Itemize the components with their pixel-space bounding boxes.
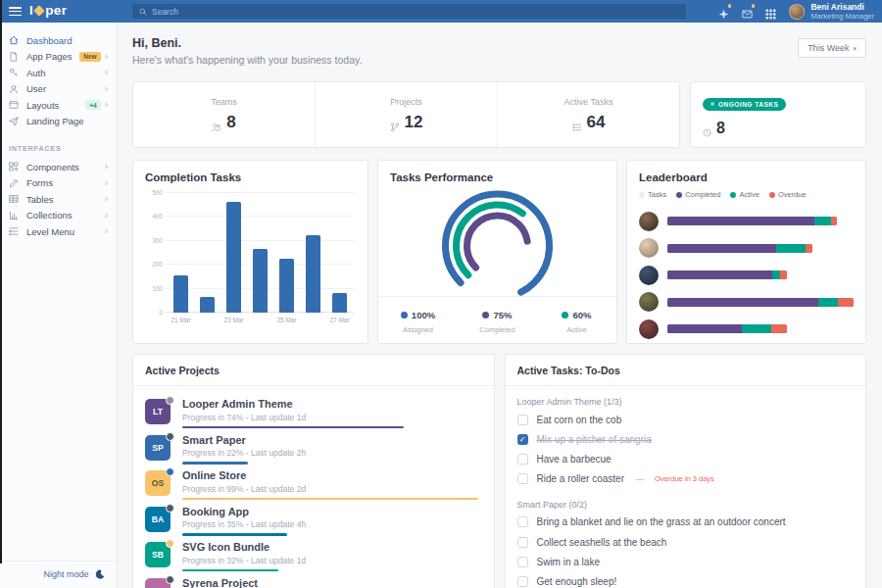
y-axis-tick-label: 0 <box>143 309 163 316</box>
sidebar-item-label: Collections <box>26 210 72 220</box>
x-axis-tick-label: 23 Mar <box>223 317 243 323</box>
sidebar-item-user[interactable]: User› <box>0 81 117 98</box>
checkbox[interactable] <box>517 454 528 465</box>
avatar[interactable] <box>639 238 659 258</box>
user-menu[interactable]: Beni Arisandi Marketing Manager <box>789 2 874 21</box>
search-icon <box>139 8 147 16</box>
chevron-right-icon: › <box>105 68 108 77</box>
project-status-badge-icon <box>166 396 174 405</box>
todo-item: Get enough sleep! <box>506 571 866 588</box>
night-mode-label: Night mode <box>43 569 88 579</box>
bar-21-mar <box>173 275 188 313</box>
chevron-right-icon: › <box>105 211 108 220</box>
wrench-icon <box>9 68 19 77</box>
sidebar-item-app-pages[interactable]: App PagesNew› <box>0 49 117 66</box>
stacked-bar <box>667 244 854 253</box>
avatar[interactable] <box>639 266 659 285</box>
todo-item: Eat corn on the cob <box>506 410 866 429</box>
level-menu-icon <box>9 226 19 236</box>
project-tile: SB <box>145 542 171 567</box>
checkbox[interactable] <box>517 473 528 484</box>
gauge-legend: 100%Assigned75%Completed60%Active <box>378 296 616 343</box>
legend-item-active: Active <box>730 190 759 199</box>
bar-24-mar <box>253 249 268 313</box>
sidebar-item-layouts[interactable]: Layouts+4› <box>0 97 117 114</box>
sidebar-item-dashboard[interactable]: Dashboard <box>0 32 117 49</box>
todo-text: Ride a roller coaster <box>537 473 624 484</box>
avatar[interactable] <box>639 212 659 231</box>
page-subtitle: Here's what's happening with your busine… <box>132 54 362 66</box>
project-row[interactable]: OSOnline StoreProgress in 99% - Last upd… <box>145 462 482 498</box>
chart-icon <box>9 211 19 220</box>
project-row[interactable]: SBSVG Icon BundleProgress in 32% - Last … <box>145 533 482 569</box>
clock-icon <box>703 123 711 132</box>
menu-toggle-icon[interactable] <box>9 7 22 18</box>
stat-number: 12 <box>405 113 423 132</box>
leaderboard-row <box>639 316 854 343</box>
sidebar-interfaces-menu: Components›Forms›Tables›Collections›Leve… <box>0 159 117 240</box>
checkbox[interactable] <box>517 576 528 587</box>
stat-number: 8 <box>226 113 235 132</box>
sidebar-item-tables[interactable]: Tables› <box>0 191 117 208</box>
todo-item: Have a barbecue <box>506 449 866 468</box>
bar-series <box>167 193 354 313</box>
search-input[interactable]: Search <box>132 4 686 19</box>
legend-dot-icon <box>676 192 682 198</box>
sidebar-item-label: User <box>26 83 46 94</box>
apps-grid-icon[interactable] <box>765 6 776 17</box>
project-name: Looper Admin Theme <box>182 398 482 410</box>
night-mode-toggle[interactable]: Night mode <box>0 561 117 588</box>
checkbox[interactable]: ✓ <box>517 434 528 445</box>
overdue-note: Overdue in 3 days <box>655 474 714 483</box>
avatar[interactable] <box>639 319 659 339</box>
activity-icon[interactable] <box>718 6 729 17</box>
legend-dot-icon <box>482 312 489 318</box>
sidebar-item-label: Components <box>26 162 79 172</box>
checkbox[interactable] <box>517 415 528 425</box>
todo-text: Have a barbecue <box>537 454 612 465</box>
sidebar-item-collections[interactable]: Collections› <box>0 208 117 224</box>
checkbox[interactable] <box>517 537 528 548</box>
app-logo[interactable]: l per <box>29 3 67 18</box>
avatar[interactable] <box>639 292 659 312</box>
todo-group: Looper Admin Theme (1/3)Eat corn on the … <box>506 386 866 489</box>
sidebar-menu: DashboardApp PagesNew›Auth›User›Layouts+… <box>0 32 117 129</box>
branch-icon <box>390 118 400 127</box>
legend-item-overdue: Overdue <box>769 190 807 199</box>
legend-label: Completed <box>458 325 537 334</box>
stat-value: 8 <box>212 113 235 132</box>
todo-groups: Looper Admin Theme (1/3)Eat corn on the … <box>506 386 866 588</box>
stacked-bar <box>667 324 854 333</box>
sidebar-item-landing-page[interactable]: Landing Page <box>0 114 117 130</box>
components-icon <box>9 162 19 172</box>
checkbox[interactable] <box>517 557 528 567</box>
checkbox[interactable] <box>517 516 528 527</box>
project-row[interactable]: LTLooper Admin ThemeProgress in 74% - La… <box>145 390 482 426</box>
sidebar-item-auth[interactable]: Auth› <box>0 65 117 81</box>
x-axis-slot: 27 Mar <box>332 317 347 325</box>
project-row[interactable]: BABooking AppProgress in 35% - Last upda… <box>145 498 482 534</box>
x-axis-slot <box>306 317 320 325</box>
sidebar-item-components[interactable]: Components› <box>0 159 117 175</box>
chevron-right-icon: › <box>105 194 108 204</box>
project-name: SVG Icon Bundle <box>182 541 482 553</box>
project-row[interactable]: SPSmart PaperProgress in 22% - Last upda… <box>145 426 482 463</box>
main-content: Hi, Beni. Here's what's happening with y… <box>118 23 882 588</box>
project-tile: OS <box>145 470 171 496</box>
home-icon <box>9 35 19 45</box>
sidebar-item-level-menu[interactable]: Level Menu› <box>0 223 117 240</box>
tasks-performance-card: Tasks Performance 100%Assigned75%Complet… <box>377 160 617 344</box>
project-row[interactable]: SPSyrena ProjectProgress in 93% - Last u… <box>145 569 482 588</box>
bar-segment-overdue <box>771 324 787 333</box>
bar-chart-x-axis: 21 Mar23 Mar25 Mar27 Mar <box>167 317 354 325</box>
project-tile: SP <box>145 435 171 461</box>
mail-icon[interactable] <box>742 6 753 17</box>
project-name: Syrena Project <box>182 577 482 588</box>
period-select-button[interactable]: This Week▾ <box>798 38 866 58</box>
search-placeholder: Search <box>152 7 178 17</box>
sidebar-item-forms[interactable]: Forms› <box>0 175 117 192</box>
project-status-badge-icon <box>166 575 174 584</box>
todo-item: Collect seashells at the beach <box>506 532 866 552</box>
leaderboard-row <box>639 289 854 317</box>
bar-chart: 0100200300400500 <box>167 193 354 313</box>
